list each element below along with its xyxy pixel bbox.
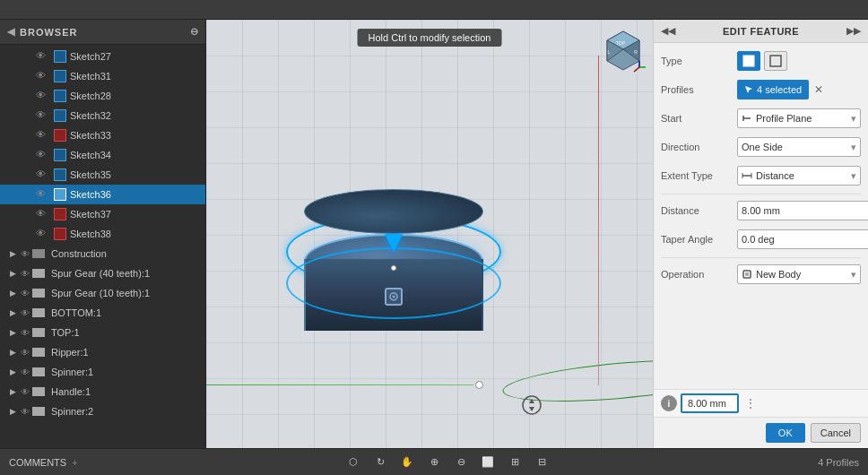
visibility-icon[interactable]: 👁: [36, 129, 48, 142]
group-bottom[interactable]: ▶ 👁 BOTTOM:1: [0, 303, 205, 323]
distance-row: Distance: [661, 200, 861, 221]
operation-dropdown[interactable]: New Body ▾: [737, 264, 861, 284]
cancel-button[interactable]: Cancel: [811, 423, 861, 443]
group-handle[interactable]: ▶ 👁 Handle:1: [0, 382, 205, 402]
expand-arrow: ▶: [7, 347, 18, 358]
component-icon: [32, 328, 45, 337]
eye-icon[interactable]: 👁: [21, 348, 30, 358]
type-solid-button[interactable]: [737, 51, 760, 71]
tool-orbit[interactable]: ↻: [370, 453, 390, 472]
taper-input[interactable]: [737, 229, 868, 249]
eye-icon[interactable]: 👁: [21, 308, 30, 318]
panel-expand-right[interactable]: ▶▶: [846, 25, 861, 37]
distance-input[interactable]: [737, 201, 868, 220]
dropdown-arrow-icon: ▾: [851, 269, 856, 281]
eye-icon[interactable]: 👁: [21, 269, 30, 279]
ok-button[interactable]: OK: [766, 423, 805, 443]
group-label: BOTTOM:1: [51, 307, 101, 318]
eye-icon[interactable]: 👁: [21, 249, 30, 259]
sketch-icon: [54, 90, 66, 102]
eye-icon[interactable]: 👁: [21, 328, 30, 338]
info-button[interactable]: i: [661, 395, 677, 411]
panel-header: ◀◀ EDIT FEATURE ▶▶: [654, 20, 868, 43]
profiles-clear-button[interactable]: ✕: [812, 83, 825, 96]
profiles-count: 4 selected: [757, 84, 802, 95]
value-input[interactable]: [681, 393, 739, 413]
visibility-icon[interactable]: 👁: [36, 109, 48, 122]
visibility-icon[interactable]: 👁: [36, 50, 48, 63]
expand-arrow: ▶: [7, 268, 18, 279]
eye-icon[interactable]: 👁: [21, 407, 30, 417]
eye-icon[interactable]: 👁: [21, 289, 30, 298]
expand-arrow: ▶: [7, 307, 18, 318]
browser-collapse-icon[interactable]: ◀: [7, 26, 14, 38]
tree-item-sketch34[interactable]: 👁 Sketch34: [0, 145, 205, 165]
comments-label[interactable]: COMMENTS: [9, 457, 66, 468]
visibility-icon[interactable]: 👁: [36, 188, 48, 201]
group-label: Ripper:1: [51, 347, 89, 358]
expand-arrow: ▶: [7, 327, 18, 338]
group-top[interactable]: ▶ 👁 TOP:1: [0, 323, 205, 342]
extent-row: Extent Type Distance ▾: [661, 165, 861, 186]
eye-icon[interactable]: 👁: [21, 367, 30, 377]
visibility-icon[interactable]: 👁: [36, 70, 48, 82]
add-comment-button[interactable]: +: [72, 457, 77, 468]
visibility-icon[interactable]: 👁: [36, 168, 48, 181]
group-spinner[interactable]: ▶ 👁 Spinner:1: [0, 362, 205, 382]
tool-display2[interactable]: ⊞: [505, 453, 525, 472]
tree-item-sketch37[interactable]: 👁 Sketch37: [0, 204, 205, 224]
group-spur40[interactable]: ▶ 👁 Spur Gear (40 teeth):1: [0, 263, 205, 283]
tree-item-sketch32[interactable]: 👁 Sketch32: [0, 106, 205, 125]
sketch-icon: [54, 50, 66, 63]
direction-dropdown[interactable]: One Side ▾: [737, 137, 861, 157]
group-construction[interactable]: ▶ 👁 Construction: [0, 244, 205, 263]
group-ripper[interactable]: ▶ 👁 Ripper:1: [0, 342, 205, 362]
eye-icon[interactable]: 👁: [21, 387, 30, 397]
ruler-icon: [742, 113, 752, 124]
cylinder-bottom: [304, 189, 483, 234]
start-value: Profile Plane ▾: [737, 108, 861, 128]
action-buttons: OK Cancel: [654, 417, 868, 448]
tree-item-sketch28[interactable]: 👁 Sketch28: [0, 86, 205, 106]
sketch-label: Sketch37: [70, 209, 111, 220]
start-label: Start: [661, 113, 737, 124]
component-icon: [32, 348, 45, 357]
tree-item-sketch27[interactable]: 👁 Sketch27: [0, 47, 205, 66]
tool-zoom-out[interactable]: ⊖: [451, 453, 471, 472]
tree-item-sketch35[interactable]: 👁 Sketch35: [0, 165, 205, 185]
profiles-select-button[interactable]: 4 selected: [737, 80, 809, 99]
tool-pan[interactable]: ✋: [397, 453, 417, 472]
group-spur10[interactable]: ▶ 👁 Spur Gear (10 teeth):1: [0, 283, 205, 303]
operation-row: Operation New Body ▾: [661, 263, 861, 285]
svg-line-12: [634, 67, 639, 72]
start-dropdown[interactable]: Profile Plane ▾: [737, 108, 861, 128]
profiles-row: Profiles 4 selected ✕: [661, 79, 861, 100]
visibility-icon[interactable]: 👁: [36, 90, 48, 102]
tool-zoom-in[interactable]: ⊕: [424, 453, 444, 472]
direction-value: One Side ▾: [737, 137, 861, 157]
group-label: Spur Gear (10 teeth):1: [51, 288, 150, 298]
tool-move[interactable]: ⬡: [343, 453, 363, 472]
tree-item-sketch31[interactable]: 👁 Sketch31: [0, 66, 205, 86]
visibility-icon[interactable]: 👁: [36, 228, 48, 240]
visibility-icon[interactable]: 👁: [36, 208, 48, 220]
tree-item-sketch36[interactable]: 👁 Sketch36: [0, 185, 205, 204]
profiles-label: Profiles: [661, 84, 737, 95]
browser-menu-icon[interactable]: ⊖: [190, 26, 198, 38]
three-dots-button[interactable]: ⋮: [742, 396, 759, 410]
tool-display3[interactable]: ⊟: [532, 453, 551, 472]
viewcube[interactable]: TOP L R: [596, 27, 646, 76]
extent-dropdown[interactable]: Distance ▾: [737, 166, 861, 186]
type-surface-button[interactable]: [764, 51, 787, 71]
group-spinner2[interactable]: ▶ 👁 Spinner:2: [0, 402, 205, 421]
group-icons: 👁: [21, 269, 45, 279]
tree-item-sketch33[interactable]: 👁 Sketch33: [0, 125, 205, 145]
tree-item-sketch38[interactable]: 👁 Sketch38: [0, 224, 205, 244]
visibility-icon[interactable]: 👁: [36, 149, 48, 161]
svg-text:TOP: TOP: [616, 40, 626, 46]
svg-point-1: [393, 296, 395, 298]
tool-display1[interactable]: ⬜: [478, 453, 498, 472]
panel-expand-left[interactable]: ◀◀: [661, 25, 675, 37]
group-icons: 👁: [21, 407, 45, 417]
viewport[interactable]: TOP L R Hold Ctrl to modify selection: [206, 20, 653, 448]
